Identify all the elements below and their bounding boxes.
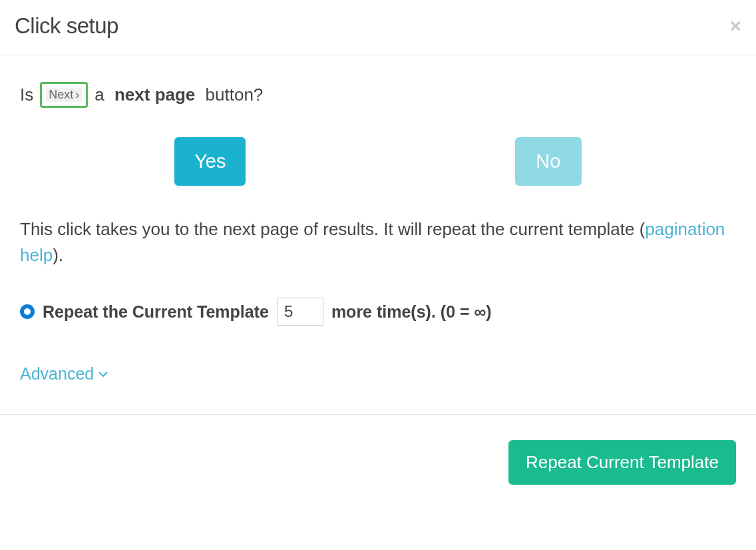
question-prefix: Is: [20, 85, 33, 105]
repeat-label: Repeat the Current Template: [43, 302, 269, 322]
yes-button[interactable]: Yes: [174, 137, 246, 186]
question-mid: a: [94, 85, 104, 105]
repeat-template-row: Repeat the Current Template more time(s)…: [20, 298, 736, 326]
description-part1: This click takes you to the next page of…: [20, 219, 645, 239]
modal-header: Click setup ×: [0, 0, 756, 55]
description-part2: ).: [53, 245, 63, 265]
repeat-current-template-button[interactable]: Repeat Current Template: [508, 440, 736, 485]
close-icon[interactable]: ×: [729, 16, 741, 36]
chevron-down-icon: [98, 369, 108, 380]
yes-no-row: Yes No: [20, 137, 736, 186]
repeat-radio[interactable]: [20, 304, 35, 319]
chevron-right-icon: ›: [75, 88, 79, 102]
next-button-chip: Next ›: [40, 82, 88, 108]
modal-footer: Repeat Current Template: [0, 414, 756, 510]
question-bold: next page: [114, 85, 195, 105]
modal-title: Click setup: [15, 13, 118, 39]
modal-body: Is Next › a next page button? Yes No Thi…: [0, 55, 756, 414]
click-setup-modal: Click setup × Is Next › a next page butt…: [0, 0, 756, 510]
repeat-count-input[interactable]: [277, 298, 323, 326]
repeat-suffix: more time(s). (0 = ∞): [331, 302, 492, 322]
no-button[interactable]: No: [515, 137, 582, 186]
question-suffix: button?: [206, 85, 264, 105]
question-line: Is Next › a next page button?: [20, 82, 736, 108]
next-chip-inner: Next ›: [46, 88, 82, 102]
next-chip-label: Next: [49, 88, 73, 102]
advanced-toggle[interactable]: Advanced: [20, 364, 736, 384]
description-text: This click takes you to the next page of…: [20, 216, 736, 268]
advanced-label: Advanced: [20, 364, 94, 384]
